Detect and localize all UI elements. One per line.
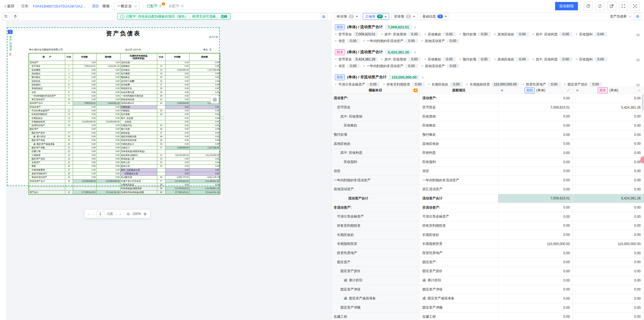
closing-value-cell[interactable]: 0.00 — [573, 212, 644, 221]
table-row[interactable]: 其中: 应收票据应收票据0.000.00 — [331, 112, 644, 121]
prev-page-button[interactable]: ‹ — [92, 212, 93, 216]
term-value[interactable]: 0.00 — [516, 32, 529, 36]
page-vertical-label[interactable]: 资产负债表 — [9, 36, 12, 51]
opening-value-cell[interactable]: 0.00 — [498, 285, 573, 294]
table-row[interactable]: 固定资产净值固定资产净值0.000.00 — [331, 285, 644, 294]
closing-value-cell[interactable]: 0.00 — [573, 258, 644, 267]
balance-sheet-page[interactable]: 1 资产负债表 会企01表 资产负债表 单位:丽水金汛股权投资有限公司 会计月:… — [7, 27, 220, 186]
table-row[interactable]: 在建工程在建工程0.000.00 — [331, 312, 644, 320]
term-value[interactable]: 0.00 — [443, 57, 456, 62]
closing-value-cell[interactable]: 0.00 — [573, 94, 644, 103]
opening-value-cell[interactable]: 0.00 — [498, 230, 573, 239]
opening-value-cell[interactable]: 0.00 — [498, 176, 573, 185]
term-value[interactable]: 0.00 — [367, 82, 380, 87]
opening-value-cell[interactable]: 7,009,623.01 — [498, 103, 573, 112]
term-value[interactable]: 0.00 — [408, 32, 421, 36]
warning-count-badge[interactable]: ! 4 — [413, 89, 418, 92]
closing-value-cell[interactable]: 0.00 — [573, 176, 644, 185]
table-row[interactable]: 投资性房地产投资性房地产0.000.00 — [331, 249, 644, 258]
closing-value-cell[interactable]: 0.00 — [573, 121, 644, 130]
closing-value-cell[interactable]: 0.00 — [573, 267, 644, 276]
table-row[interactable]: 流动资产:流动资产:0.000.00 — [331, 94, 644, 103]
term-value[interactable]: 0.00 — [450, 82, 463, 87]
opening-value-cell[interactable]: 0.00 — [498, 312, 573, 320]
ignore-link[interactable]: 忽略 — [221, 14, 227, 19]
term-value[interactable]: 0.00 — [594, 57, 607, 62]
table-row[interactable]: 应收股利应收股利0.000.00 — [331, 158, 644, 167]
closing-value-cell[interactable]: 0.00 — [573, 139, 644, 148]
append-report-button[interactable]: 追加财报 — [555, 2, 578, 10]
opening-value-cell[interactable]: 0.00 — [498, 212, 573, 221]
opening-value-cell[interactable]: 0.00 — [498, 167, 573, 176]
tab-错误项[interactable]: 错误项0 — [334, 13, 360, 20]
opening-value-cell[interactable]: 7,009,623.01 — [498, 194, 573, 203]
closing-value-cell[interactable]: 0.00 — [573, 185, 644, 194]
term-value[interactable]: 5,424,361.26 — [354, 57, 377, 62]
formula-total-value[interactable]: 5,424,361.26 — [385, 50, 412, 55]
term-value[interactable]: 0.00 — [548, 82, 561, 87]
outline-panel-button[interactable] — [2, 13, 9, 20]
table-row[interactable]: 固定资产原价固定资产原价0.000.00 — [331, 267, 644, 276]
table-row[interactable]: 固定资产固定资产:0.000.00 — [331, 258, 644, 267]
pencil-icon[interactable] — [567, 89, 570, 92]
opening-value-cell[interactable]: 0.00 — [498, 258, 573, 267]
opening-value-cell[interactable]: 0.00 — [498, 94, 573, 103]
term-value[interactable]: 0.00 — [560, 32, 572, 36]
closing-value-cell[interactable]: 0.00 — [573, 312, 644, 320]
pencil-icon[interactable] — [638, 89, 641, 92]
term-value[interactable]: 0.00 — [347, 64, 360, 68]
formula-total-value[interactable]: 7,009,623.01 — [385, 25, 412, 30]
opening-value-cell[interactable]: 0.00 — [498, 139, 573, 148]
table-row[interactable]: 长期应收款长期应收款0.000.00 — [331, 230, 644, 240]
closing-value-cell[interactable]: 0.00 — [573, 303, 644, 312]
term-value[interactable]: 0.00 — [516, 57, 529, 62]
table-row[interactable]: 其中: 应收利息应收利息0.000.00 — [331, 148, 644, 158]
refresh-button[interactable] — [595, 2, 604, 11]
opening-value-cell[interactable]: 0.00 — [498, 276, 573, 285]
term-value[interactable]: 110,000,000.00 — [492, 82, 519, 87]
closing-value-cell[interactable]: 0.00 — [573, 158, 644, 167]
ocr-recognize-button[interactable] — [631, 2, 640, 11]
eye-toggle-button[interactable] — [636, 83, 640, 87]
table-row[interactable]: 持有至到期投资持有至到期投资0.000.00 — [331, 221, 644, 231]
table-row[interactable]: 其他流动资产其它流动资产0.000.00 — [331, 185, 644, 194]
table-region-button[interactable] — [210, 95, 219, 104]
last-page-button[interactable]: » — [119, 212, 121, 216]
opening-value-cell[interactable]: 110,000,000.00 — [498, 240, 573, 248]
back-button[interactable]: ‹ 返回 — [4, 4, 14, 9]
zoom-in-button[interactable]: ⊕ — [144, 212, 147, 216]
template-select[interactable]: 一般企业 — [114, 2, 140, 10]
opening-value-cell[interactable]: 0.00 — [498, 303, 573, 312]
table-row[interactable]: 长期股权投资长期股权投资110,000,000.00110,000,000.00 — [331, 240, 644, 249]
viewer-settings-button[interactable] — [320, 13, 327, 20]
opening-value-cell[interactable]: 0.00 — [498, 221, 573, 230]
opening-value-cell[interactable]: 0.00 — [498, 112, 573, 121]
table-row[interactable]: 预付款项预付账款0.000.00 — [331, 130, 644, 140]
term-value[interactable]: 0.00 — [405, 39, 418, 43]
closing-value-cell[interactable]: 0.00 — [573, 221, 644, 230]
delete-page-button[interactable] — [9, 52, 12, 56]
zoom-out-button[interactable]: ⊖ — [127, 212, 130, 216]
opening-value-cell[interactable]: 0.00 — [498, 130, 573, 139]
panel-settings-button[interactable] — [634, 13, 641, 20]
table-row[interactable]: 减: 累计折旧减: 累计折旧0.000.00 — [331, 276, 644, 285]
term-value[interactable]: 0.00 — [447, 39, 459, 43]
formula-total-value[interactable]: 110,000,000.00 — [389, 75, 420, 80]
task-id[interactable]: F0A41B46572E47D2A2B72A2... — [33, 4, 86, 8]
scrollbar-thumb[interactable] — [642, 94, 643, 111]
closing-value-cell[interactable]: 0.00 — [573, 230, 644, 239]
pan-tool-button[interactable] — [12, 13, 19, 20]
term-value[interactable]: 0.00 — [408, 57, 421, 62]
tab-求值项[interactable]: 求值项0 — [391, 13, 418, 20]
closing-value-cell[interactable]: 5,424,361.26 — [573, 103, 644, 112]
term-value[interactable]: 0.00 — [443, 32, 456, 36]
table-row[interactable]: 固定资产净额固定资产净额0.000.00 — [331, 303, 644, 312]
opening-value-cell[interactable]: 0.00 — [498, 148, 573, 157]
table-row[interactable]: 流动资产合计流动资产合计7,009,623.015,424,361.26 — [331, 194, 644, 203]
menu-icon[interactable]: ≡ — [576, 88, 578, 92]
table-row[interactable]: 存货存货0.000.00 — [331, 167, 644, 176]
table-row[interactable]: 一年内到期的非流动资产一年内到期的非流动资产0.000.00 — [331, 176, 644, 185]
term-value[interactable]: 0.00 — [560, 57, 572, 62]
opening-value-cell[interactable]: 0.00 — [498, 158, 573, 167]
opening-value-cell[interactable]: 0.00 — [498, 294, 573, 303]
